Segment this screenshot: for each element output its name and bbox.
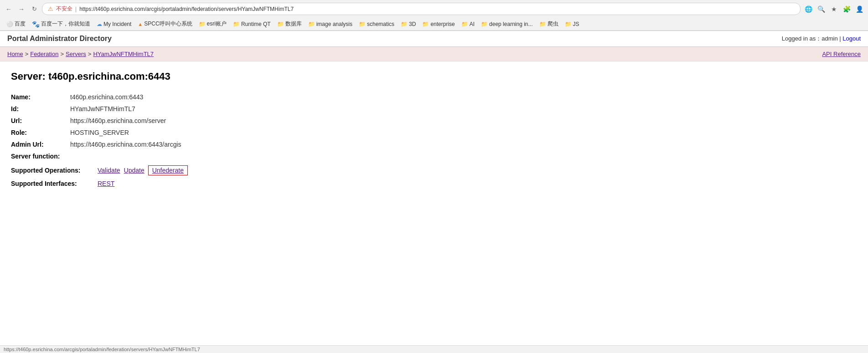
bookmark-esri[interactable]: 📁 esri账户 bbox=[196, 19, 229, 29]
interfaces-links: REST bbox=[98, 180, 114, 187]
bookmarks-bar: ⚪ 百度 🐾 百度一下，你就知道 ☁ My Incident ▲ SPCC呼叫中… bbox=[0, 18, 868, 31]
server-function-row: Server function: bbox=[11, 153, 857, 160]
breadcrumb-sep-2: > bbox=[60, 51, 64, 57]
id-value: HYamJwNFTMHimTL7 bbox=[70, 105, 135, 113]
back-button[interactable]: ← bbox=[4, 4, 14, 14]
server-info-table: Name: t460p.esrichina.com:6443 Id: HYamJ… bbox=[11, 93, 857, 160]
name-label: Name: bbox=[11, 93, 70, 101]
role-row: Role: HOSTING_SERVER bbox=[11, 129, 857, 136]
bookmark-deep-learning[interactable]: 📁 deep learning in... bbox=[478, 20, 535, 28]
breadcrumb-sep-3: > bbox=[88, 51, 92, 57]
bookmark-runtime[interactable]: 📁 Runtime QT bbox=[230, 20, 274, 28]
bookmark-baidu-search[interactable]: 🐾 百度一下，你就知道 bbox=[29, 19, 93, 29]
forward-button[interactable]: → bbox=[16, 4, 26, 14]
bookmark-3d[interactable]: 📁 3D bbox=[398, 20, 418, 28]
spcc-icon: ▲ bbox=[138, 21, 143, 27]
bookmark-image-analysis[interactable]: 📁 image analysis bbox=[305, 20, 355, 28]
bookmark-database[interactable]: 📁 数据库 bbox=[274, 19, 305, 29]
bookmark-js[interactable]: 📁 JS bbox=[562, 20, 582, 28]
breadcrumb-federation[interactable]: Federation bbox=[30, 51, 58, 57]
interfaces-row: Supported Interfaces: REST bbox=[11, 180, 857, 187]
browser-toolbar: ← → ↻ ⚠ 不安全 | https://t460p.esrichina.co… bbox=[0, 0, 868, 18]
logout-link[interactable]: Logout bbox=[842, 35, 861, 42]
baidu-search-icon: 🐾 bbox=[32, 20, 40, 28]
operations-links: Validate Update Unfederate bbox=[98, 165, 188, 175]
folder-icon-runtime: 📁 bbox=[233, 21, 240, 27]
unfederate-link[interactable]: Unfederate bbox=[148, 165, 188, 175]
breadcrumb-server-id[interactable]: HYamJwNFTMHimTL7 bbox=[93, 51, 154, 57]
breadcrumb-sep-1: > bbox=[25, 51, 29, 57]
breadcrumb: Home > Federation > Servers > HYamJwNFTM… bbox=[7, 51, 154, 57]
login-info: Logged in as：admin | Logout bbox=[782, 35, 861, 43]
security-warning-icon: ⚠ bbox=[48, 5, 53, 12]
folder-icon-crawler: 📁 bbox=[539, 21, 546, 27]
admin-url-label: Admin Url: bbox=[11, 141, 70, 148]
admin-url-row: Admin Url: https://t460p.esrichina.com:6… bbox=[11, 141, 857, 148]
page-title: Server: t460p.esrichina.com:6443 bbox=[11, 71, 857, 82]
baidu-icon: ⚪ bbox=[6, 21, 13, 27]
bookmark-enterprise[interactable]: 📁 enterprise bbox=[419, 20, 457, 28]
folder-icon-dl: 📁 bbox=[481, 21, 488, 27]
reload-button[interactable]: ↻ bbox=[29, 4, 39, 14]
server-function-label: Server function: bbox=[11, 153, 70, 160]
folder-icon-image: 📁 bbox=[308, 21, 315, 27]
bookmark-button[interactable]: ★ bbox=[829, 4, 839, 14]
extensions-button[interactable]: 🧩 bbox=[842, 4, 852, 14]
portal-header: Portal Administrator Directory Logged in… bbox=[0, 31, 868, 47]
folder-icon-3d: 📁 bbox=[401, 21, 408, 27]
breadcrumb-bar: Home > Federation > Servers > HYamJwNFTM… bbox=[0, 47, 868, 61]
url-text: https://t460p.esrichina.com/arcgis/porta… bbox=[79, 6, 795, 12]
page-content: Portal Administrator Directory Logged in… bbox=[0, 31, 868, 196]
folder-icon-esri: 📁 bbox=[199, 21, 206, 27]
role-label: Role: bbox=[11, 129, 70, 136]
folder-icon-schematics: 📁 bbox=[359, 21, 366, 27]
portal-title: Portal Administrator Directory bbox=[7, 35, 112, 43]
bookmark-spcc[interactable]: ▲ SPCC呼叫中心系统 bbox=[135, 19, 195, 29]
security-warning-text: 不安全 bbox=[56, 5, 72, 13]
profile-button[interactable]: 👤 bbox=[854, 4, 864, 14]
bookmark-crawler[interactable]: 📁 爬虫 bbox=[537, 19, 561, 29]
folder-icon-enterprise: 📁 bbox=[422, 21, 429, 27]
id-label: Id: bbox=[11, 105, 70, 113]
cloud-icon: ☁ bbox=[97, 21, 102, 27]
url-value: https://t460p.esrichina.com/server bbox=[70, 117, 166, 124]
rest-link[interactable]: REST bbox=[98, 180, 114, 187]
browser-actions: 🌐 🔍 ★ 🧩 👤 bbox=[803, 4, 864, 14]
folder-icon-js: 📁 bbox=[565, 21, 572, 27]
translate-button[interactable]: 🌐 bbox=[803, 4, 813, 14]
folder-icon-ai: 📁 bbox=[461, 21, 468, 27]
bookmark-ai[interactable]: 📁 AI bbox=[459, 20, 477, 28]
breadcrumb-servers[interactable]: Servers bbox=[66, 51, 86, 57]
role-value: HOSTING_SERVER bbox=[70, 129, 129, 136]
zoom-button[interactable]: 🔍 bbox=[816, 4, 826, 14]
bookmark-schematics[interactable]: 📁 schematics bbox=[356, 20, 397, 28]
browser-chrome: ← → ↻ ⚠ 不安全 | https://t460p.esrichina.co… bbox=[0, 0, 868, 31]
operations-row: Supported Operations: Validate Update Un… bbox=[11, 165, 857, 175]
admin-url-value: https://t460p.esrichina.com:6443/arcgis bbox=[70, 141, 181, 148]
name-row: Name: t460p.esrichina.com:6443 bbox=[11, 93, 857, 101]
bookmark-my-incident[interactable]: ☁ My Incident bbox=[94, 20, 134, 28]
breadcrumb-home[interactable]: Home bbox=[7, 51, 23, 57]
update-link[interactable]: Update bbox=[124, 167, 145, 174]
main-content: Server: t460p.esrichina.com:6443 Name: t… bbox=[0, 61, 868, 196]
url-label: Url: bbox=[11, 117, 70, 124]
bookmark-baidu[interactable]: ⚪ 百度 bbox=[4, 19, 28, 29]
id-row: Id: HYamJwNFTMHimTL7 bbox=[11, 105, 857, 113]
interfaces-label: Supported Interfaces: bbox=[11, 180, 98, 187]
operations-label: Supported Operations: bbox=[11, 167, 98, 174]
name-value: t460p.esrichina.com:6443 bbox=[70, 93, 143, 101]
folder-icon-db: 📁 bbox=[277, 21, 284, 27]
address-bar[interactable]: ⚠ 不安全 | https://t460p.esrichina.com/arcg… bbox=[42, 3, 801, 15]
api-reference-link[interactable]: API Reference bbox=[822, 51, 861, 57]
validate-link[interactable]: Validate bbox=[98, 167, 120, 174]
url-row: Url: https://t460p.esrichina.com/server bbox=[11, 117, 857, 124]
logged-in-text: Logged in as：admin bbox=[782, 35, 838, 42]
